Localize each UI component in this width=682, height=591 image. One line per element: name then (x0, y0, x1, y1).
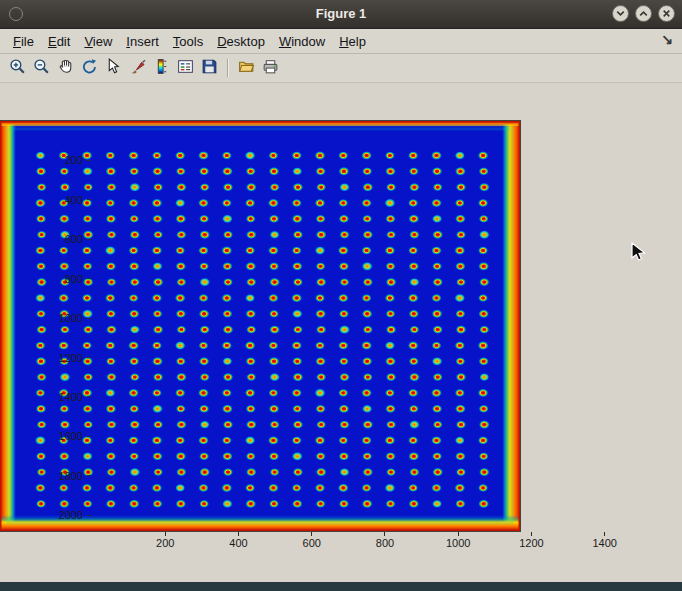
dock-figure-icon[interactable]: ↘ (661, 31, 673, 47)
menu-item-insert[interactable]: Insert (119, 32, 166, 51)
menu-item-help[interactable]: Help (332, 32, 373, 51)
titlebar[interactable]: Figure 1 (0, 0, 682, 29)
x-tick-mark (311, 532, 312, 536)
zoom-out-icon (32, 57, 51, 80)
y-tick-label: 600 (65, 233, 83, 245)
y-tick-mark (87, 515, 91, 516)
window-controls (612, 5, 675, 22)
y-tick-mark (87, 396, 91, 397)
save-icon (200, 57, 219, 80)
chevron-up-icon (636, 6, 651, 21)
y-tick-mark (87, 318, 91, 319)
x-tick-mark (238, 532, 239, 536)
y-tick-label: 1000 (59, 312, 83, 324)
menu-item-file[interactable]: File (6, 32, 41, 51)
y-tick-mark (87, 160, 91, 161)
brush-icon (128, 57, 147, 80)
x-tick-label: 800 (376, 537, 394, 549)
zoom-out-button[interactable] (30, 57, 53, 80)
menu-item-edit[interactable]: Edit (41, 32, 77, 51)
zoom-in-icon (8, 57, 27, 80)
x-tick-mark (604, 532, 605, 536)
menu-item-tools[interactable]: Tools (166, 32, 210, 51)
y-tick-label: 1800 (59, 470, 83, 482)
y-tick-mark (87, 475, 91, 476)
close-button[interactable] (658, 5, 675, 22)
window-title: Figure 1 (0, 0, 682, 28)
y-tick-label: 800 (65, 273, 83, 285)
y-tick-label: 2000 (59, 509, 83, 521)
x-tick-label: 1400 (592, 537, 616, 549)
colorbar-icon (152, 57, 171, 80)
minimize-button[interactable] (612, 5, 629, 22)
chevron-down-icon (613, 6, 628, 21)
y-tick-mark (87, 199, 91, 200)
pan-icon (56, 57, 75, 80)
menu-bar: FileEditViewInsertToolsDesktopWindowHelp… (0, 29, 682, 54)
legend-icon (176, 57, 195, 80)
window-bottom-strip (0, 582, 682, 591)
x-tick-mark (458, 532, 459, 536)
close-icon (659, 6, 674, 21)
menu-item-window[interactable]: Window (272, 32, 332, 51)
y-tick-label: 1400 (59, 391, 83, 403)
legend-button[interactable] (174, 57, 197, 80)
y-tick-label: 400 (65, 194, 83, 206)
y-tick-label: 200 (65, 154, 83, 166)
print-icon (261, 57, 280, 80)
colorbar-button[interactable] (150, 57, 173, 80)
zoom-in-button[interactable] (6, 57, 29, 80)
y-tick-mark (87, 357, 91, 358)
x-tick-label: 1200 (519, 537, 543, 549)
x-tick-label: 400 (229, 537, 247, 549)
y-tick-mark (87, 239, 91, 240)
y-tick-label: 1200 (59, 352, 83, 364)
print-button[interactable] (259, 57, 282, 80)
x-tick-mark (531, 532, 532, 536)
x-tick-mark (165, 532, 166, 536)
menu-bar-items: FileEditViewInsertToolsDesktopWindowHelp (6, 32, 373, 51)
y-tick-mark (87, 278, 91, 279)
rotate-3d-icon (80, 57, 99, 80)
save-button[interactable] (198, 57, 221, 80)
rotate-3d-button[interactable] (78, 57, 101, 80)
x-tick-mark (384, 532, 385, 536)
menu-item-view[interactable]: View (77, 32, 119, 51)
maximize-button[interactable] (635, 5, 652, 22)
x-tick-label: 600 (303, 537, 321, 549)
figure-canvas: 2004006008001000120014002004006008001000… (0, 83, 682, 582)
x-tick-label: 1000 (446, 537, 470, 549)
toolbar-separator (227, 59, 229, 77)
open-folder-icon (237, 57, 256, 80)
data-cursor-button[interactable] (102, 57, 125, 80)
data-cursor-icon (104, 57, 123, 80)
toolbar (0, 54, 682, 83)
y-tick-label: 1600 (59, 430, 83, 442)
menu-item-desktop[interactable]: Desktop (210, 32, 272, 51)
open-folder-button[interactable] (235, 57, 258, 80)
x-tick-label: 200 (156, 537, 174, 549)
y-tick-mark (87, 436, 91, 437)
pan-button[interactable] (54, 57, 77, 80)
brush-button[interactable] (126, 57, 149, 80)
